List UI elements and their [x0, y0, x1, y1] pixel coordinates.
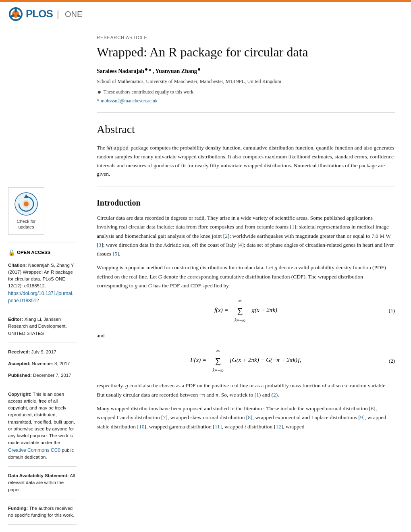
- citation-doi-link[interactable]: https://doi.org/10.1371/journal.pone.018…: [8, 291, 73, 303]
- check-updates-icon: [14, 192, 38, 216]
- and-text: and: [97, 331, 395, 340]
- article-type: RESEARCH ARTICLE: [97, 34, 395, 41]
- ref-11[interactable]: 11: [215, 424, 220, 430]
- sidebar-divider-6: [8, 499, 77, 499]
- data-availability-section: Data Availability Statement: All relevan…: [8, 472, 77, 493]
- ref-7[interactable]: 7: [163, 414, 166, 420]
- accepted-label: Accepted:: [8, 361, 31, 366]
- page: PLOS | ONE: [0, 0, 411, 532]
- ref-12[interactable]: 12: [276, 424, 281, 430]
- editor-label: Editor:: [8, 317, 23, 322]
- plos-wordmark: PLOS: [26, 6, 53, 22]
- lock-icon: 🔓: [8, 249, 15, 257]
- formula-2-block: F(x) = ∞ ∑ k=−∞ [G(x + 2πk) − G(−π + 2πk…: [97, 347, 395, 374]
- open-access-label: 🔓 OPEN ACCESS: [8, 249, 77, 257]
- abstract-title: Abstract: [97, 121, 395, 138]
- ref-3[interactable]: 3: [99, 242, 102, 248]
- article-title: Wrapped: An R package for circular data: [97, 44, 395, 60]
- ref-eq1[interactable]: 1: [256, 392, 259, 398]
- funding-label: Funding:: [8, 506, 28, 511]
- formula-1: f(x) = ∞ ∑ k=−∞ g(x + 2πk): [214, 297, 277, 324]
- main-content: RESEARCH ARTICLE Wrapped: An R package f…: [85, 34, 411, 532]
- svg-point-3: [15, 8, 17, 12]
- intro-para-3: respectively. g could also be chosen as …: [97, 381, 395, 399]
- header-bar: PLOS | ONE: [0, 0, 411, 26]
- published-label: Published:: [8, 373, 32, 378]
- ref-6[interactable]: 6: [371, 405, 374, 411]
- affiliation: School of Mathematics, University of Man…: [97, 78, 395, 85]
- footnote-equal-contrib: ☻ These authors contributed equally to t…: [97, 88, 395, 96]
- ref-5[interactable]: 5: [114, 251, 117, 257]
- ref-10[interactable]: 10: [139, 424, 145, 430]
- sidebar-divider-5: [8, 466, 77, 467]
- data-label: Data Availability Statement:: [8, 473, 69, 478]
- formula-2-number: (2): [389, 357, 395, 365]
- check-updates-section: Check for updates: [8, 187, 77, 235]
- ref-4[interactable]: 4: [239, 242, 242, 248]
- authors: Saralees Nadarajah☻* , Yuanyuan Zhang☻: [97, 66, 395, 75]
- ref-8[interactable]: 8: [248, 414, 251, 420]
- sidebar-divider-2: [8, 310, 77, 310]
- author-2: Yuanyuan Zhang☻: [155, 68, 201, 74]
- formula-1-number: (1): [389, 307, 395, 315]
- ref-9[interactable]: 9: [360, 414, 363, 420]
- ref-1[interactable]: 1: [292, 224, 295, 230]
- received-section: Received: July 9, 2017: [8, 349, 77, 355]
- svg-point-9: [24, 202, 29, 206]
- check-updates-badge[interactable]: Check for updates: [8, 187, 44, 235]
- funding-section: Funding: The authors received no specifi…: [8, 505, 77, 519]
- received-date: July 9, 2017: [31, 349, 56, 354]
- author-1-sup: ☻: [144, 67, 149, 71]
- abstract-text: The Wrapped package computes the probabi…: [97, 143, 395, 179]
- copyright-text: This is an open access article, free of …: [8, 392, 75, 445]
- ref-eq2[interactable]: 2: [273, 392, 276, 398]
- plos-logo: PLOS | ONE: [8, 6, 82, 22]
- accepted-date: November 8, 2017: [32, 361, 70, 366]
- formula-2: F(x) = ∞ ∑ k=−∞ [G(x + 2πk) − G(−π + 2πk…: [190, 347, 301, 374]
- published-date: December 7, 2017: [33, 373, 71, 378]
- wrapped-code: Wrapped: [106, 145, 129, 151]
- editor-section: Editor: Xiang Li, Janssen Research and D…: [8, 316, 77, 337]
- plos-one-wordmark: ONE: [65, 8, 82, 20]
- competing-section: Competing interests: The authors have de…: [8, 530, 77, 532]
- citation-section: Citation: Nadarajah S, Zhang Y (2017) Wr…: [8, 262, 77, 305]
- content-area: Check for updates 🔓 OPEN ACCESS Citation…: [0, 26, 411, 532]
- formula-1-block: f(x) = ∞ ∑ k=−∞ g(x + 2πk) (1): [97, 297, 395, 324]
- copyright-label: Copyright:: [8, 392, 31, 397]
- check-updates-label: Check for updates: [12, 218, 40, 230]
- sidebar-divider-7: [8, 524, 77, 525]
- sidebar: Check for updates 🔓 OPEN ACCESS Citation…: [0, 34, 85, 532]
- sidebar-divider-4: [8, 385, 77, 385]
- footnote-text-content: These authors contributed equally to thi…: [104, 88, 195, 96]
- section-divider-1: [97, 112, 395, 113]
- copyright-section: Copyright: This is an open access articl…: [8, 391, 77, 461]
- sidebar-divider-3: [8, 343, 77, 343]
- author-1: Saralees Nadarajah☻*: [97, 68, 151, 74]
- received-label: Received:: [8, 349, 30, 354]
- sidebar-divider-1: [8, 243, 77, 243]
- citation-label: Citation:: [8, 263, 27, 268]
- intro-para-4: Many wrapped distributions have been pro…: [97, 404, 395, 431]
- plos-circle-icon: [8, 6, 23, 22]
- intro-para-2: Wrapping is a popular method for constru…: [97, 263, 395, 290]
- ref-2[interactable]: 2: [225, 233, 228, 239]
- accepted-section: Accepted: November 8, 2017: [8, 360, 77, 367]
- cc0-link[interactable]: Creative Commons CC0: [8, 447, 60, 453]
- section-divider-2: [97, 187, 395, 187]
- footnote-symbol: ☻: [97, 88, 102, 96]
- published-section: Published: December 7, 2017: [8, 372, 77, 379]
- footnote-star: *: [97, 97, 99, 104]
- intro-para-1: Circular data are data recorded in degre…: [97, 214, 395, 258]
- author-email-link[interactable]: mbbsssn2@manchester.ac.uk: [101, 97, 158, 104]
- introduction-title: Introduction: [97, 197, 395, 209]
- footnote-email: * mbbsssn2@manchester.ac.uk: [97, 97, 395, 104]
- author-2-sup: ☻: [197, 67, 201, 71]
